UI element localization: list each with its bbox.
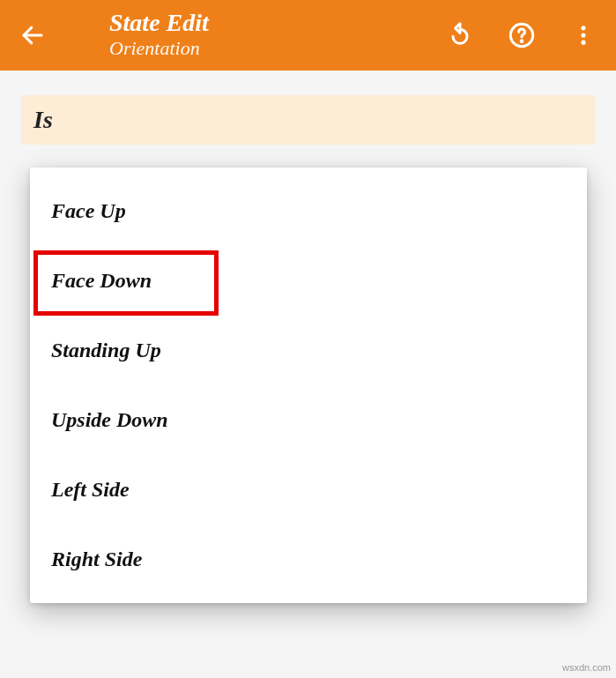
option-face-up[interactable]: Face Up [30,176,587,246]
app-bar: State Edit Orientation [0,0,616,71]
watermark-text: wsxdn.com [562,662,611,673]
options-popup: Face Up Face Down Standing Up Upside Dow… [30,168,587,603]
svg-point-2 [521,41,523,42]
section-header-is: Is [21,95,595,145]
option-face-down[interactable]: Face Down [30,246,587,316]
option-right-side[interactable]: Right Side [30,525,587,594]
svg-point-3 [581,26,585,30]
svg-point-5 [581,41,585,45]
svg-point-4 [581,33,585,37]
arrow-back-icon [19,22,46,48]
option-standing-up[interactable]: Standing Up [30,316,587,385]
overflow-menu-button[interactable] [567,19,600,52]
content-area: Is [0,71,616,145]
option-upside-down[interactable]: Upside Down [30,385,587,455]
undo-button[interactable] [443,19,477,52]
back-button[interactable] [16,19,49,52]
page-subtitle: Orientation [109,37,443,60]
page-title: State Edit [109,10,443,37]
appbar-titles: State Edit Orientation [109,10,443,60]
undo-icon [446,21,474,49]
help-icon [508,21,536,49]
appbar-actions [443,19,600,52]
help-button[interactable] [505,19,538,52]
more-vert-icon [571,23,596,48]
option-left-side[interactable]: Left Side [30,455,587,525]
